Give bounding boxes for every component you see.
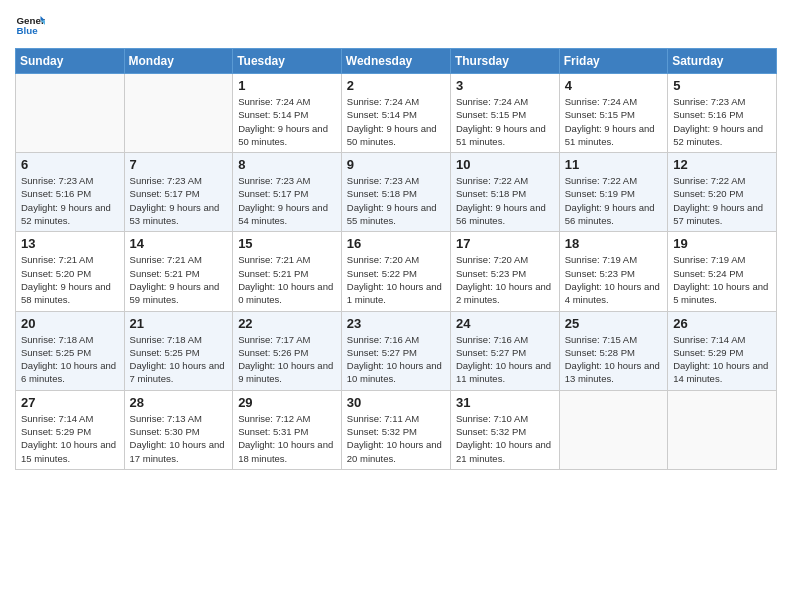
calendar-cell: 15Sunrise: 7:21 AM Sunset: 5:21 PM Dayli… — [233, 232, 342, 311]
day-info: Sunrise: 7:22 AM Sunset: 5:18 PM Dayligh… — [456, 174, 554, 227]
day-number: 27 — [21, 395, 119, 410]
day-info: Sunrise: 7:19 AM Sunset: 5:24 PM Dayligh… — [673, 253, 771, 306]
calendar-cell: 20Sunrise: 7:18 AM Sunset: 5:25 PM Dayli… — [16, 311, 125, 390]
calendar-cell: 19Sunrise: 7:19 AM Sunset: 5:24 PM Dayli… — [668, 232, 777, 311]
logo-icon: General Blue — [15, 10, 45, 40]
calendar-week-row: 20Sunrise: 7:18 AM Sunset: 5:25 PM Dayli… — [16, 311, 777, 390]
day-info: Sunrise: 7:20 AM Sunset: 5:22 PM Dayligh… — [347, 253, 445, 306]
weekday-header: Thursday — [450, 49, 559, 74]
day-number: 11 — [565, 157, 662, 172]
calendar-cell: 2Sunrise: 7:24 AM Sunset: 5:14 PM Daylig… — [341, 74, 450, 153]
day-number: 23 — [347, 316, 445, 331]
day-info: Sunrise: 7:12 AM Sunset: 5:31 PM Dayligh… — [238, 412, 336, 465]
calendar-cell: 16Sunrise: 7:20 AM Sunset: 5:22 PM Dayli… — [341, 232, 450, 311]
calendar-cell: 31Sunrise: 7:10 AM Sunset: 5:32 PM Dayli… — [450, 390, 559, 469]
calendar-cell: 11Sunrise: 7:22 AM Sunset: 5:19 PM Dayli… — [559, 153, 667, 232]
day-info: Sunrise: 7:24 AM Sunset: 5:14 PM Dayligh… — [347, 95, 445, 148]
calendar-cell: 12Sunrise: 7:22 AM Sunset: 5:20 PM Dayli… — [668, 153, 777, 232]
calendar-cell: 25Sunrise: 7:15 AM Sunset: 5:28 PM Dayli… — [559, 311, 667, 390]
calendar-week-row: 13Sunrise: 7:21 AM Sunset: 5:20 PM Dayli… — [16, 232, 777, 311]
day-number: 31 — [456, 395, 554, 410]
calendar-cell: 21Sunrise: 7:18 AM Sunset: 5:25 PM Dayli… — [124, 311, 233, 390]
day-number: 8 — [238, 157, 336, 172]
day-info: Sunrise: 7:24 AM Sunset: 5:15 PM Dayligh… — [565, 95, 662, 148]
calendar-cell: 28Sunrise: 7:13 AM Sunset: 5:30 PM Dayli… — [124, 390, 233, 469]
day-info: Sunrise: 7:16 AM Sunset: 5:27 PM Dayligh… — [347, 333, 445, 386]
day-number: 20 — [21, 316, 119, 331]
calendar-cell: 17Sunrise: 7:20 AM Sunset: 5:23 PM Dayli… — [450, 232, 559, 311]
day-number: 6 — [21, 157, 119, 172]
day-info: Sunrise: 7:23 AM Sunset: 5:16 PM Dayligh… — [673, 95, 771, 148]
calendar-cell: 6Sunrise: 7:23 AM Sunset: 5:16 PM Daylig… — [16, 153, 125, 232]
calendar-table: SundayMondayTuesdayWednesdayThursdayFrid… — [15, 48, 777, 470]
calendar-cell: 27Sunrise: 7:14 AM Sunset: 5:29 PM Dayli… — [16, 390, 125, 469]
day-info: Sunrise: 7:18 AM Sunset: 5:25 PM Dayligh… — [21, 333, 119, 386]
day-info: Sunrise: 7:24 AM Sunset: 5:15 PM Dayligh… — [456, 95, 554, 148]
page-header: General Blue — [15, 10, 777, 40]
calendar-cell: 26Sunrise: 7:14 AM Sunset: 5:29 PM Dayli… — [668, 311, 777, 390]
calendar-header-row: SundayMondayTuesdayWednesdayThursdayFrid… — [16, 49, 777, 74]
calendar-cell: 13Sunrise: 7:21 AM Sunset: 5:20 PM Dayli… — [16, 232, 125, 311]
calendar-cell — [668, 390, 777, 469]
calendar-cell: 8Sunrise: 7:23 AM Sunset: 5:17 PM Daylig… — [233, 153, 342, 232]
svg-text:Blue: Blue — [17, 25, 39, 36]
day-number: 29 — [238, 395, 336, 410]
day-info: Sunrise: 7:22 AM Sunset: 5:20 PM Dayligh… — [673, 174, 771, 227]
day-info: Sunrise: 7:21 AM Sunset: 5:21 PM Dayligh… — [238, 253, 336, 306]
day-number: 9 — [347, 157, 445, 172]
day-number: 12 — [673, 157, 771, 172]
calendar-week-row: 27Sunrise: 7:14 AM Sunset: 5:29 PM Dayli… — [16, 390, 777, 469]
calendar-cell: 7Sunrise: 7:23 AM Sunset: 5:17 PM Daylig… — [124, 153, 233, 232]
day-info: Sunrise: 7:10 AM Sunset: 5:32 PM Dayligh… — [456, 412, 554, 465]
calendar-cell — [16, 74, 125, 153]
day-info: Sunrise: 7:20 AM Sunset: 5:23 PM Dayligh… — [456, 253, 554, 306]
calendar-cell: 29Sunrise: 7:12 AM Sunset: 5:31 PM Dayli… — [233, 390, 342, 469]
day-info: Sunrise: 7:15 AM Sunset: 5:28 PM Dayligh… — [565, 333, 662, 386]
day-info: Sunrise: 7:21 AM Sunset: 5:20 PM Dayligh… — [21, 253, 119, 306]
day-number: 5 — [673, 78, 771, 93]
day-info: Sunrise: 7:24 AM Sunset: 5:14 PM Dayligh… — [238, 95, 336, 148]
day-number: 19 — [673, 236, 771, 251]
day-number: 24 — [456, 316, 554, 331]
calendar-cell — [124, 74, 233, 153]
day-number: 25 — [565, 316, 662, 331]
day-info: Sunrise: 7:13 AM Sunset: 5:30 PM Dayligh… — [130, 412, 228, 465]
weekday-header: Friday — [559, 49, 667, 74]
calendar-cell: 14Sunrise: 7:21 AM Sunset: 5:21 PM Dayli… — [124, 232, 233, 311]
day-info: Sunrise: 7:17 AM Sunset: 5:26 PM Dayligh… — [238, 333, 336, 386]
day-number: 18 — [565, 236, 662, 251]
calendar-cell: 5Sunrise: 7:23 AM Sunset: 5:16 PM Daylig… — [668, 74, 777, 153]
weekday-header: Sunday — [16, 49, 125, 74]
calendar-week-row: 1Sunrise: 7:24 AM Sunset: 5:14 PM Daylig… — [16, 74, 777, 153]
day-number: 15 — [238, 236, 336, 251]
calendar-cell: 18Sunrise: 7:19 AM Sunset: 5:23 PM Dayli… — [559, 232, 667, 311]
day-info: Sunrise: 7:23 AM Sunset: 5:17 PM Dayligh… — [130, 174, 228, 227]
day-number: 2 — [347, 78, 445, 93]
calendar-cell: 1Sunrise: 7:24 AM Sunset: 5:14 PM Daylig… — [233, 74, 342, 153]
calendar-cell: 23Sunrise: 7:16 AM Sunset: 5:27 PM Dayli… — [341, 311, 450, 390]
day-number: 30 — [347, 395, 445, 410]
day-info: Sunrise: 7:11 AM Sunset: 5:32 PM Dayligh… — [347, 412, 445, 465]
day-number: 16 — [347, 236, 445, 251]
day-number: 13 — [21, 236, 119, 251]
calendar-cell: 9Sunrise: 7:23 AM Sunset: 5:18 PM Daylig… — [341, 153, 450, 232]
day-number: 3 — [456, 78, 554, 93]
calendar-cell: 30Sunrise: 7:11 AM Sunset: 5:32 PM Dayli… — [341, 390, 450, 469]
day-number: 22 — [238, 316, 336, 331]
day-number: 1 — [238, 78, 336, 93]
day-info: Sunrise: 7:18 AM Sunset: 5:25 PM Dayligh… — [130, 333, 228, 386]
day-info: Sunrise: 7:23 AM Sunset: 5:17 PM Dayligh… — [238, 174, 336, 227]
calendar-cell: 22Sunrise: 7:17 AM Sunset: 5:26 PM Dayli… — [233, 311, 342, 390]
calendar-cell: 4Sunrise: 7:24 AM Sunset: 5:15 PM Daylig… — [559, 74, 667, 153]
day-number: 28 — [130, 395, 228, 410]
day-info: Sunrise: 7:23 AM Sunset: 5:16 PM Dayligh… — [21, 174, 119, 227]
calendar-cell: 10Sunrise: 7:22 AM Sunset: 5:18 PM Dayli… — [450, 153, 559, 232]
day-info: Sunrise: 7:21 AM Sunset: 5:21 PM Dayligh… — [130, 253, 228, 306]
day-number: 10 — [456, 157, 554, 172]
calendar-week-row: 6Sunrise: 7:23 AM Sunset: 5:16 PM Daylig… — [16, 153, 777, 232]
weekday-header: Wednesday — [341, 49, 450, 74]
day-info: Sunrise: 7:14 AM Sunset: 5:29 PM Dayligh… — [21, 412, 119, 465]
day-number: 26 — [673, 316, 771, 331]
day-number: 17 — [456, 236, 554, 251]
day-info: Sunrise: 7:14 AM Sunset: 5:29 PM Dayligh… — [673, 333, 771, 386]
